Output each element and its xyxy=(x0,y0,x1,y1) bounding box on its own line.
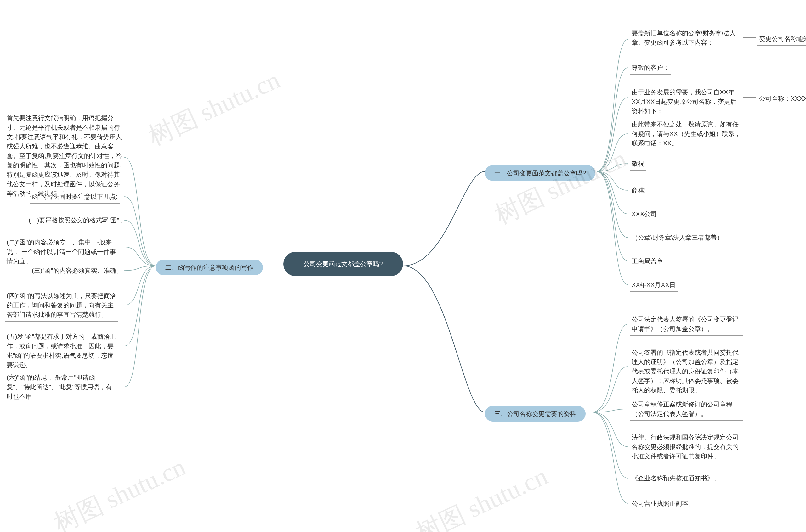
branch-1-label: 一、公司变更函范文都盖公章吗? xyxy=(494,170,586,176)
leaf-b2-4[interactable]: (二)"函"的内容必须专一、集中。-般来说，-一个函件以讲清一个问题或一件事情为… xyxy=(5,238,118,268)
leaf-b1-1-attach[interactable]: 变更公司名称通知 xyxy=(757,34,806,45)
leaf-b3-5[interactable]: 《企业名称预先核准通知书》。 xyxy=(630,474,721,485)
leaf-b3-4[interactable]: 法律、行政法规和国务院决定规定公司名称变更必须报经批准的，提交有关的批准文件或者… xyxy=(630,433,743,463)
leaf-b1-8[interactable]: （公章\财务章\法人章三者都盖） xyxy=(630,233,725,244)
leaf-b2-5[interactable]: (三)"函"的内容必须真实、准确。 xyxy=(30,266,124,278)
leaf-b2-1[interactable]: 首先要注意行文简洁明确，用语把握分寸。无论是平行机关或者是不相隶属的行文,都要注… xyxy=(5,113,124,201)
leaf-b3-3[interactable]: 公司章程修正案或新修订的公司章程（公司法定代表人签署）。 xyxy=(630,400,743,421)
leaf-b1-1[interactable]: 要盖新旧单位名称的公章\财务章\法人章。变更函可参考以下内容： xyxy=(630,28,743,50)
leaf-b1-9[interactable]: 工商局盖章 xyxy=(630,256,665,268)
leaf-b1-7[interactable]: XXX公司 xyxy=(630,209,659,221)
leaf-b1-3-attach[interactable]: 公司全称：XXXX xyxy=(757,94,806,106)
leaf-b3-1[interactable]: 公司法定代表人签署的《公司变更登记申请书》（公司加盖公章）。 xyxy=(630,315,743,336)
leaf-b2-6[interactable]: (四)"函"的写法以陈述为主，只要把商洽的工作，询问和答复的问题，向有关主管部门… xyxy=(5,291,118,322)
branch-node-3[interactable]: 三、公司名称变更需要的资料 xyxy=(485,406,586,422)
leaf-b1-5[interactable]: 敬祝 xyxy=(630,159,646,171)
branch-node-1[interactable]: 一、公司变更函范文都盖公章吗? xyxy=(485,165,596,181)
branch-3-label: 三、公司名称变更需要的资料 xyxy=(494,410,576,417)
branch-node-2[interactable]: 二、函写作的注意事项函的写作 xyxy=(156,260,263,275)
leaf-b2-8[interactable]: (六)"函"的结尾，-般常用"即请函复"、"特此函达"、"此复"等惯用语，有时也… xyxy=(5,373,118,403)
watermark: 树图 shutu.cn xyxy=(410,459,553,532)
leaf-b1-4[interactable]: 由此带来不便之处，敬请原谅。如有任何疑问，请与XX（先生或小姐）联系，联系电话：… xyxy=(630,119,743,150)
watermark: 树图 shutu.cn xyxy=(143,63,285,154)
leaf-b2-7[interactable]: (五)发"函"都是有求于对方的，或商洽工作，或询问题，或请求批准。因此，要求"函… xyxy=(5,332,118,372)
root-node[interactable]: 公司变更函范文都盖公章吗? xyxy=(283,252,403,276)
branch-2-label: 二、函写作的注意事项函的写作 xyxy=(165,264,254,271)
leaf-b1-2[interactable]: 尊敬的客户： xyxy=(630,63,671,75)
leaf-b3-6[interactable]: 公司营业执照正副本。 xyxy=(630,499,696,510)
leaf-b1-3[interactable]: 由于业务发展的需要，我公司自XX年XX月XX日起变更原公司名称，变更后资料如下： xyxy=(630,88,743,118)
leaf-b1-6[interactable]: 商祺! xyxy=(630,186,648,197)
leaf-b1-10[interactable]: XX年XX月XX日 xyxy=(630,280,678,292)
leaf-b2-3[interactable]: (一)要严格按照公文的格式写"函"。 xyxy=(27,215,128,227)
leaf-b2-2[interactable]: 函"的写法同时要注意以下几点: xyxy=(30,192,120,204)
root-title: 公司变更函范文都盖公章吗? xyxy=(304,261,383,267)
watermark: 树图 shutu.cn xyxy=(49,450,191,532)
leaf-b3-2[interactable]: 公司签署的《指定代表或者共同委托代理人的证明》（公司加盖公章）及指定代表或委托代… xyxy=(630,348,743,397)
watermark: 树图 shutu.cn xyxy=(489,141,631,232)
